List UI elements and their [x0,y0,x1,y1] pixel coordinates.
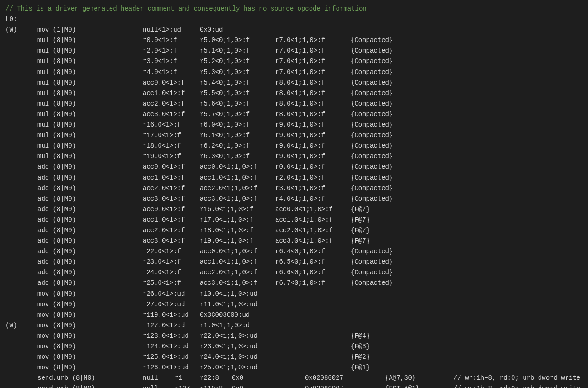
src0: acc3.0<1;1,0>:f [200,278,275,288]
asm-row: mul (8|M0)r2.0<1>:fr5.1<0;1,0>:fr7.0<1;1… [5,46,583,56]
predicate [5,373,37,383]
dst: acc0.0<1>:f [143,78,200,88]
predicate [5,46,37,56]
asm-row: mul (8|M0)r4.0<1>:fr5.3<0;1,0>:fr7.0<1;1… [5,67,583,78]
inst-flags: {Compacted} [351,278,415,288]
inst-flags: {Compacted} [351,99,415,109]
src0: r5.1<0;1,0>:f [200,46,275,56]
opcode: add (8|M0) [37,215,143,225]
opcode: mov (8|M0) [37,299,143,310]
src1: acc1.0<1;1,0>:f [275,215,351,225]
inst-flags: {Compacted} [351,35,415,46]
predicate [5,162,37,172]
src0: r24.0<1;1,0>:ud [200,352,275,362]
src0: r6.2<0;1,0>:f [200,141,275,151]
opcode: mov (8|M0) [37,341,143,352]
predicate [5,383,37,388]
asm-row: mul (8|M0)acc2.0<1>:fr5.6<0;1,0>:fr8.0<1… [5,99,583,109]
src1: r9.0<1;1,0>:f [275,120,351,130]
send-desc: 0x02080007 [305,383,385,388]
predicate [5,267,37,278]
predicate [5,130,37,141]
predicate [5,99,37,109]
opcode: mul (8|M0) [37,99,143,109]
predicate [5,56,37,67]
dst: acc3.0<1>:f [143,236,200,246]
opcode: add (8|M0) [37,162,143,172]
inline-comment: // wr:1h+8, rd:0; urb dword write [454,383,580,388]
asm-row: add (8|M0)acc0.0<1>:fr16.0<1;1,0>:facc0.… [5,204,583,215]
src1 [275,341,351,352]
src1: r3.0<1;1,0>:f [275,183,351,194]
opcode: mul (8|M0) [37,78,143,88]
asm-row: mul (8|M0)acc3.0<1>:fr5.7<0;1,0>:fr8.0<1… [5,109,583,120]
dst: r119.0<1>:ud [143,310,200,320]
dst: r3.0<1>:f [143,56,200,67]
inst-flags [351,289,415,299]
src0: r6.3<0;1,0>:f [200,151,275,162]
src0: r22.0<1;1,0>:ud [200,331,275,341]
dst: r26.0<1>:ud [143,289,200,299]
inst-flags [351,310,415,320]
asm-row: add (8|M0)r22.0<1>:facc0.0<1;1,0>:fr6.4<… [5,246,583,257]
src1: r7.0<1;1,0>:f [275,35,351,46]
src0: acc3.0<1;1,0>:f [200,194,275,204]
inst-flags: {Compacted} [351,67,415,78]
dst: r16.0<1>:f [143,120,200,130]
send-src1: r22:8 [200,373,232,383]
asm-row: mov (8|M0)r123.0<1>:udr22.0<1;1,0>:ud{F@… [5,331,583,341]
opcode: mul (8|M0) [37,130,143,141]
dst: r19.0<1>:f [143,151,200,162]
src0: r1.0<1;1,0>:d [200,320,275,331]
predicate [5,173,37,183]
opcode: send.urb (8|M0) [37,373,143,383]
src0: r5.4<0;1,0>:f [200,78,275,88]
src1: r8.0<1;1,0>:f [275,109,351,120]
inst-flags [351,299,415,310]
opcode: mov (8|M0) [37,362,143,373]
src0: acc2.0<1;1,0>:f [200,267,275,278]
send-src0: r1 [175,373,200,383]
opcode: mul (8|M0) [37,35,143,46]
inst-flags: {Compacted} [351,246,415,257]
predicate [5,183,37,194]
src1: r0.0<1;1,0>:f [275,162,351,172]
opcode: mov (8|M0) [37,331,143,341]
src1: r8.0<1;1,0>:f [275,88,351,99]
src0: acc0.0<1;1,0>:f [200,162,275,172]
opcode: mul (8|M0) [37,120,143,130]
src0: r10.0<1;1,0>:ud [200,289,275,299]
src0: r5.3<0;1,0>:f [200,67,275,78]
send-imm0: 0x0 [232,373,257,383]
asm-row: mov (8|M0)r27.0<1>:udr11.0<1;1,0>:ud [5,299,583,310]
src1 [275,352,351,362]
inst-flags [351,25,415,35]
inst-flags: {F@2} [351,352,415,362]
src0: acc1.0<1;1,0>:f [200,257,275,267]
dst: r2.0<1>:f [143,46,200,56]
src1: acc0.0<1;1,0>:f [275,204,351,215]
src0: r18.0<1;1,0>:f [200,225,275,236]
src1: r8.0<1;1,0>:f [275,99,351,109]
predicate [5,299,37,310]
dst: r4.0<1>:f [143,67,200,78]
dst: r18.0<1>:f [143,141,200,151]
src0: acc2.0<1;1,0>:f [200,183,275,194]
opcode: mul (8|M0) [37,46,143,56]
dst: acc3.0<1>:f [143,194,200,204]
src1 [275,299,351,310]
dst: r126.0<1>:ud [143,362,200,373]
src1: r6.4<0;1,0>:f [275,246,351,257]
asm-row: (W)mov (1|M0)null<1>:ud0x0:ud [5,25,583,35]
src1: acc2.0<1;1,0>:f [275,225,351,236]
asm-row: mul (8|M0)acc0.0<1>:fr5.4<0;1,0>:fr8.0<1… [5,78,583,88]
dst: acc1.0<1>:f [143,215,200,225]
asm-send-row: send.urb (8|M0)nullr127r119:80x00x020800… [5,383,583,388]
assembly-listing: // This is a driver generated header com… [5,4,583,388]
inst-flags: {F@7} [351,204,415,215]
inst-flags: {Compacted} [351,130,415,141]
opcode: mul (8|M0) [37,88,143,99]
src1 [275,362,351,373]
opcode: mov (8|M0) [37,289,143,299]
asm-send-row: send.urb (8|M0)nullr1r22:80x00x02080027{… [5,373,583,383]
